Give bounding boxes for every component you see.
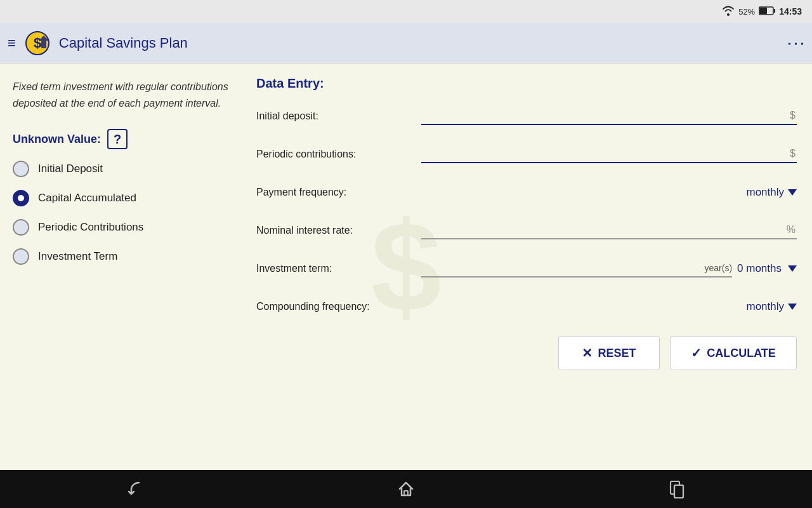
investment-term-months-dropdown[interactable]: 0 months [737, 262, 797, 275]
status-icons: 52% 14:53 [722, 6, 802, 18]
compounding-frequency-arrow [788, 304, 797, 310]
main-content: $ Fixed term investment with regular con… [0, 64, 812, 470]
interest-rate-suffix: % [784, 224, 797, 236]
interest-rate-label: Nominal interest rate: [256, 225, 421, 236]
radio-circle-capital-accumulated [13, 190, 29, 206]
investment-term-months-arrow [788, 265, 797, 272]
compounding-frequency-value: monthly [746, 300, 784, 313]
svg-text:$: $ [34, 35, 41, 51]
reset-label: RESET [598, 347, 636, 360]
left-panel: Fixed term investment with regular contr… [0, 64, 241, 470]
initial-deposit-input-wrapper: $ [421, 107, 797, 125]
svg-rect-9 [674, 485, 683, 498]
radio-circle-investment-term [13, 248, 29, 265]
radio-capital-accumulated[interactable]: Capital Accumulated [13, 190, 228, 206]
data-entry-title: Data Entry: [256, 76, 797, 91]
periodic-contributions-row: Periodic contributions: $ [256, 140, 797, 168]
radio-circle-initial-deposit [13, 161, 29, 177]
unknown-value-section: Unknown Value: ? [13, 129, 228, 149]
radio-initial-deposit[interactable]: Initial Deposit [13, 161, 228, 177]
reset-button[interactable]: ✕ RESET [558, 336, 660, 370]
periodic-contributions-label: Periodic contributions: [256, 149, 421, 160]
initial-deposit-label: Initial deposit: [256, 110, 421, 122]
svg-rect-2 [774, 9, 776, 13]
calculate-button[interactable]: ✓ CALCULATE [670, 336, 797, 370]
initial-deposit-suffix: $ [787, 110, 797, 121]
radio-label-initial-deposit: Initial Deposit [38, 163, 103, 175]
home-button[interactable] [396, 479, 416, 499]
initial-deposit-row: Initial deposit: $ [256, 102, 797, 130]
right-panel: Data Entry: Initial deposit: $ Periodic … [241, 64, 812, 470]
radio-investment-term[interactable]: Investment Term [13, 248, 228, 265]
radio-periodic-contributions[interactable]: Periodic Contributions [13, 219, 228, 236]
time-display: 14:53 [779, 6, 802, 17]
hamburger-menu[interactable]: ≡ [8, 36, 16, 50]
compounding-frequency-label: Compounding frequency: [256, 301, 421, 312]
overflow-menu[interactable]: ⋮ [787, 34, 804, 53]
app-logo: $ [23, 29, 51, 57]
radio-label-investment-term: Investment Term [38, 250, 117, 263]
battery-icon [759, 6, 775, 17]
investment-term-row: Investment term: year(s) 0 months [256, 255, 797, 283]
back-button[interactable] [125, 479, 145, 499]
status-bar: 52% 14:53 [0, 0, 812, 23]
battery-text: 52% [738, 7, 755, 17]
payment-frequency-row: Payment frequency: monthly [256, 178, 797, 206]
interest-rate-row: Nominal interest rate: % [256, 217, 797, 244]
periodic-contributions-input-wrapper: $ [421, 145, 797, 163]
radio-label-periodic-contributions: Periodic Contributions [38, 221, 143, 234]
reset-icon: ✕ [582, 345, 593, 361]
wifi-icon [722, 6, 735, 18]
radio-label-capital-accumulated: Capital Accumulated [38, 192, 136, 204]
radio-circle-periodic-contributions [13, 219, 29, 236]
interest-rate-input[interactable] [421, 222, 784, 238]
investment-term-years-suffix: year(s) [702, 263, 733, 273]
nav-bar: ≡ $ Capital Savings Plan ⋮ [0, 23, 812, 64]
recents-button[interactable] [667, 479, 687, 499]
compounding-frequency-dropdown[interactable]: monthly [421, 300, 797, 313]
svg-rect-1 [759, 8, 767, 14]
investment-term-years-wrapper: year(s) [421, 260, 732, 277]
bottom-nav-bar [0, 470, 812, 508]
interest-rate-input-wrapper: % [421, 222, 797, 239]
periodic-contributions-suffix: $ [787, 148, 797, 159]
investment-term-months-value: 0 months [737, 262, 782, 275]
calculate-icon: ✓ [691, 345, 702, 361]
compounding-frequency-row: Compounding frequency: monthly [256, 293, 797, 321]
buttons-row: ✕ RESET ✓ CALCULATE [256, 336, 797, 370]
calculate-label: CALCULATE [707, 347, 776, 360]
initial-deposit-input[interactable] [421, 107, 787, 124]
periodic-contributions-input[interactable] [421, 145, 787, 162]
help-button[interactable]: ? [107, 129, 128, 149]
payment-frequency-dropdown[interactable]: monthly [421, 186, 797, 199]
payment-frequency-arrow [788, 189, 797, 196]
investment-term-label: Investment term: [256, 263, 421, 274]
payment-frequency-value: monthly [746, 186, 784, 199]
description-text: Fixed term investment with regular contr… [13, 79, 228, 111]
app-title: Capital Savings Plan [59, 35, 787, 51]
unknown-value-label: Unknown Value: [13, 133, 101, 146]
payment-frequency-label: Payment frequency: [256, 187, 421, 198]
investment-term-years-input[interactable] [421, 260, 702, 276]
